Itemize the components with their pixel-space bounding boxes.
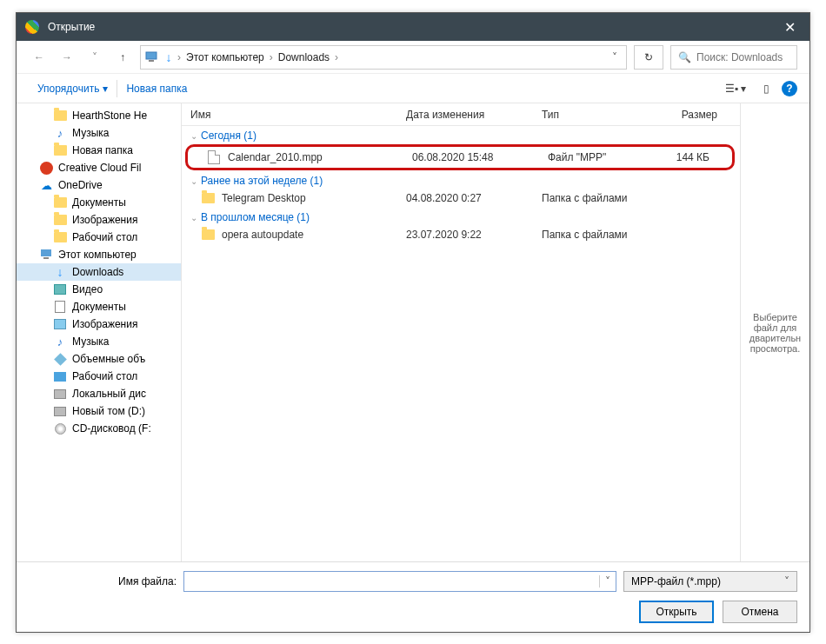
- tree-item[interactable]: Новая папка: [17, 142, 181, 159]
- tree-item[interactable]: HearthStone He: [17, 107, 181, 124]
- dialog-footer: Имя файла: ˅ MPP-файл (*.mpp)˅ Открыть О…: [17, 561, 809, 632]
- cancel-button[interactable]: Отмена: [723, 601, 797, 623]
- open-button[interactable]: Открыть: [639, 601, 714, 623]
- tree-item-label: Этот компьютер: [58, 249, 137, 261]
- tree-item-label: Музыка: [72, 335, 109, 348]
- file-type: Папка с файлами: [533, 192, 651, 204]
- tree-item[interactable]: Документы: [17, 194, 181, 211]
- search-input[interactable]: [696, 51, 789, 63]
- tree-item-label: Новая папка: [72, 144, 133, 156]
- tree-item-label: Документы: [72, 196, 126, 209]
- list-item[interactable]: Telegram Desktop04.08.2020 0:27Папка с ф…: [182, 189, 740, 208]
- list-item[interactable]: Calendar_2010.mpp06.08.2020 15:48Файл "M…: [188, 148, 732, 167]
- chevron-down-icon: ⌄: [190, 131, 197, 141]
- tree-item[interactable]: ↓Downloads: [17, 263, 181, 281]
- folder-icon: [53, 213, 67, 227]
- svg-rect-3: [43, 257, 49, 259]
- desk-icon: [53, 369, 67, 383]
- tree-item[interactable]: Рабочий стол: [17, 229, 181, 246]
- preview-icon: ▯: [763, 83, 769, 95]
- preview-pane-button[interactable]: ▯: [758, 83, 775, 95]
- tree-item[interactable]: ☁OneDrive: [17, 176, 181, 194]
- video-icon: [53, 282, 67, 296]
- folder-icon: [53, 143, 67, 157]
- tree-item-label: Объемные объ: [72, 353, 145, 365]
- tree-item[interactable]: Creative Cloud Fil: [17, 159, 181, 176]
- group-header[interactable]: ⌄Сегодня (1): [182, 126, 740, 143]
- tree-item[interactable]: Этот компьютер: [17, 246, 181, 263]
- recent-dropdown[interactable]: ˅: [84, 47, 105, 68]
- close-icon[interactable]: ✕: [779, 19, 801, 36]
- new-folder-button[interactable]: Новая папка: [117, 83, 196, 95]
- highlighted-row: Calendar_2010.mpp06.08.2020 15:48Файл "M…: [185, 144, 735, 170]
- tree-item-label: CD-дисковод (F:: [72, 422, 151, 435]
- tree-item[interactable]: Новый том (D:): [17, 402, 181, 420]
- chevron-right-icon: ›: [333, 51, 340, 63]
- chevron-right-icon: ›: [176, 51, 183, 63]
- file-name: opera autoupdate: [222, 229, 303, 241]
- chevron-down-icon: ⌄: [190, 213, 197, 222]
- organize-button[interactable]: Упорядочить▾: [29, 80, 117, 97]
- file-list[interactable]: Имя Дата изменения Тип Размер ⌄Сегодня (…: [182, 103, 740, 561]
- col-name[interactable]: Имя: [182, 109, 397, 121]
- list-item[interactable]: opera autoupdate23.07.2020 9:22Папка с ф…: [182, 225, 740, 244]
- music-icon: ♪: [53, 335, 67, 349]
- tree-item-label: Новый том (D:): [72, 405, 145, 417]
- titlebar[interactable]: Открытие ✕: [17, 13, 809, 41]
- refresh-button[interactable]: ↻: [634, 45, 663, 70]
- breadcrumb-seg-downloads[interactable]: Downloads: [275, 51, 333, 63]
- tree-item[interactable]: Видео: [17, 281, 181, 298]
- tree-item[interactable]: Рабочий стол: [17, 368, 181, 385]
- col-date[interactable]: Дата изменения: [397, 109, 533, 121]
- nav-tree[interactable]: HearthStone He♪МузыкаНовая папкаCreative…: [17, 103, 182, 561]
- tree-item[interactable]: Объемные объ: [17, 350, 181, 368]
- group-title: Сегодня (1): [201, 129, 256, 142]
- tree-item-label: Рабочий стол: [72, 231, 137, 243]
- cloud-icon: ☁: [39, 178, 53, 192]
- file-date: 23.07.2020 9:22: [397, 229, 533, 241]
- breadcrumb-dropdown[interactable]: ˅: [607, 51, 623, 63]
- chevron-down-icon[interactable]: ˅: [784, 575, 789, 588]
- tree-item[interactable]: CD-дисковод (F:: [17, 420, 181, 437]
- dialog-body: HearthStone He♪МузыкаНовая папкаCreative…: [17, 103, 809, 561]
- group-header[interactable]: ⌄В прошлом месяце (1): [182, 208, 740, 225]
- list-header[interactable]: Имя Дата изменения Тип Размер: [182, 103, 740, 126]
- up-button[interactable]: ↑: [112, 47, 133, 68]
- tree-item[interactable]: Документы: [17, 298, 181, 315]
- filename-combobox[interactable]: ˅: [183, 571, 616, 592]
- tree-item[interactable]: ♪Музыка: [17, 333, 181, 350]
- breadcrumb-seg-pc[interactable]: Этот компьютер: [183, 51, 268, 63]
- folder-icon: [53, 230, 67, 244]
- back-button[interactable]: ←: [29, 47, 50, 68]
- command-bar: Упорядочить▾ Новая папка ☰▪▾ ▯ ?: [17, 74, 809, 103]
- 3d-icon: [53, 352, 67, 366]
- file-name: Calendar_2010.mpp: [228, 151, 323, 163]
- file-size: 144 КБ: [657, 151, 732, 163]
- tree-item-label: Локальный дис: [72, 388, 146, 400]
- breadcrumb[interactable]: ↓ › Этот компьютер › Downloads › ˅: [140, 45, 627, 70]
- svg-rect-0: [146, 52, 157, 59]
- view-mode-button[interactable]: ☰▪▾: [720, 83, 751, 95]
- group-header[interactable]: ⌄Ранее на этой неделе (1): [182, 171, 740, 189]
- pc-icon: [144, 50, 158, 64]
- folder-icon: [53, 109, 67, 123]
- help-button[interactable]: ?: [782, 81, 797, 96]
- tree-item[interactable]: Локальный дис: [17, 385, 181, 402]
- preview-pane: Выберите файл для дварительн просмотра.: [740, 103, 809, 561]
- forward-button[interactable]: →: [57, 47, 77, 68]
- tree-item[interactable]: ♪Музыка: [17, 124, 181, 142]
- tree-item-label: Документы: [72, 301, 126, 313]
- tree-item-label: Изображения: [72, 318, 137, 330]
- col-type[interactable]: Тип: [533, 109, 651, 121]
- group-title: В прошлом месяце (1): [201, 211, 310, 223]
- chevron-down-icon[interactable]: ˅: [599, 575, 616, 588]
- filetype-combobox[interactable]: MPP-файл (*.mpp)˅: [623, 571, 797, 592]
- chevron-down-icon: ▾: [741, 83, 746, 95]
- col-size[interactable]: Размер: [651, 109, 740, 121]
- pc-icon: [39, 248, 53, 262]
- cc-icon: [39, 161, 53, 175]
- tree-item[interactable]: Изображения: [17, 211, 181, 229]
- tree-item[interactable]: Изображения: [17, 315, 181, 333]
- search-box[interactable]: 🔍: [670, 45, 797, 70]
- folder-icon: [53, 196, 67, 209]
